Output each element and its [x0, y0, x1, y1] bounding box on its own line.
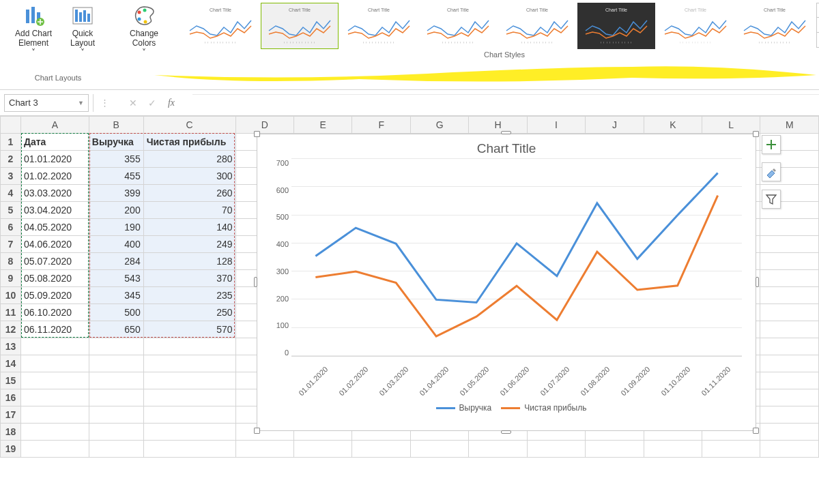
- cell[interactable]: [20, 338, 89, 355]
- cell[interactable]: 06.11.2020: [20, 321, 89, 338]
- cell[interactable]: 06.10.2020: [20, 304, 89, 321]
- cell[interactable]: [143, 338, 235, 355]
- column-header[interactable]: A: [20, 117, 89, 134]
- resize-handle[interactable]: [756, 277, 759, 287]
- cell[interactable]: [143, 389, 235, 406]
- cell[interactable]: [469, 441, 527, 458]
- cell[interactable]: [89, 406, 143, 424]
- cell[interactable]: [760, 270, 819, 287]
- cell[interactable]: 280: [143, 151, 235, 168]
- cell[interactable]: 500: [89, 304, 143, 321]
- column-header[interactable]: M: [760, 117, 819, 134]
- column-header[interactable]: C: [143, 117, 235, 134]
- cell[interactable]: 01.02.2020: [20, 168, 89, 185]
- name-box[interactable]: Chart 3 ▼: [4, 94, 89, 112]
- add-chart-element-button[interactable]: Add Chart Element ˅: [10, 3, 57, 59]
- cell[interactable]: [527, 441, 585, 458]
- resize-handle[interactable]: [501, 430, 511, 434]
- row-header[interactable]: 13: [1, 338, 21, 355]
- chart-style-thumb-4[interactable]: Chart Titleᴵ ᴵ ᴵ ᴵ ᴵ ᴵ ᴵ ᴵ ᴵ ᴵ ᴵ: [419, 3, 497, 49]
- row-header[interactable]: 8: [1, 253, 21, 270]
- row-header[interactable]: 12: [1, 321, 21, 338]
- quick-layout-button[interactable]: Quick Layout ˅: [59, 3, 106, 59]
- cell[interactable]: 455: [89, 168, 143, 185]
- cell[interactable]: 05.09.2020: [20, 287, 89, 304]
- row-header[interactable]: 10: [1, 287, 21, 304]
- cell[interactable]: 399: [89, 185, 143, 202]
- cell[interactable]: [20, 441, 89, 458]
- embedded-chart[interactable]: Chart Title 0100200300400500600700 01.01…: [257, 134, 756, 431]
- resize-handle[interactable]: [254, 428, 260, 434]
- cell[interactable]: 650: [89, 321, 143, 338]
- column-header[interactable]: E: [294, 117, 352, 134]
- row-header[interactable]: 15: [1, 372, 21, 389]
- chart-title[interactable]: Chart Title: [257, 134, 756, 159]
- cell[interactable]: [20, 424, 89, 441]
- row-header[interactable]: 6: [1, 219, 21, 236]
- cell[interactable]: [760, 406, 819, 424]
- cell[interactable]: [143, 372, 235, 389]
- chart-filter-button[interactable]: [762, 190, 781, 209]
- row-header[interactable]: 11: [1, 304, 21, 321]
- cell[interactable]: [143, 441, 235, 458]
- cell[interactable]: [760, 424, 819, 441]
- chart-style-thumb-5[interactable]: Chart Titleᴵ ᴵ ᴵ ᴵ ᴵ ᴵ ᴵ ᴵ ᴵ ᴵ ᴵ: [498, 3, 576, 49]
- cell[interactable]: 345: [89, 287, 143, 304]
- cell[interactable]: [760, 441, 819, 458]
- cell[interactable]: Дата: [20, 134, 89, 151]
- row-header[interactable]: 3: [1, 168, 21, 185]
- cell[interactable]: 200: [89, 202, 143, 219]
- cell[interactable]: [20, 406, 89, 424]
- chart-style-thumb-2[interactable]: Chart Titleᴵ ᴵ ᴵ ᴵ ᴵ ᴵ ᴵ ᴵ ᴵ ᴵ ᴵ: [261, 3, 339, 49]
- chevron-down-icon[interactable]: ▼: [78, 100, 84, 106]
- cell[interactable]: Чистая прибыль: [143, 134, 235, 151]
- cell[interactable]: [760, 338, 819, 355]
- column-header[interactable]: D: [235, 117, 293, 134]
- cell[interactable]: 04.06.2020: [20, 236, 89, 253]
- cell[interactable]: 03.04.2020: [20, 202, 89, 219]
- change-colors-button[interactable]: Change Colors ˅: [120, 3, 168, 59]
- resize-handle[interactable]: [501, 131, 511, 134]
- cell[interactable]: 04.05.2020: [20, 219, 89, 236]
- formula-input[interactable]: [192, 94, 819, 112]
- resize-handle[interactable]: [753, 428, 759, 434]
- chart-style-thumb-1[interactable]: Chart Titleᴵ ᴵ ᴵ ᴵ ᴵ ᴵ ᴵ ᴵ ᴵ ᴵ ᴵ: [182, 3, 259, 49]
- cell[interactable]: Выручка: [89, 134, 143, 151]
- cell[interactable]: [235, 441, 293, 458]
- cell[interactable]: [294, 441, 352, 458]
- cell[interactable]: 543: [89, 270, 143, 287]
- chart-elements-button[interactable]: [762, 135, 781, 154]
- cell[interactable]: 249: [143, 236, 235, 253]
- cell[interactable]: 300: [143, 168, 235, 185]
- cell[interactable]: [89, 372, 143, 389]
- row-header[interactable]: 9: [1, 270, 21, 287]
- row-header[interactable]: 5: [1, 202, 21, 219]
- cell[interactable]: 140: [143, 219, 235, 236]
- chart-legend[interactable]: ВыручкаЧистая прибыль: [257, 402, 756, 414]
- cell[interactable]: 250: [143, 304, 235, 321]
- resize-handle[interactable]: [254, 131, 260, 137]
- cell[interactable]: [89, 338, 143, 355]
- cell[interactable]: [760, 372, 819, 389]
- column-header[interactable]: G: [410, 117, 468, 134]
- cell[interactable]: [410, 441, 468, 458]
- cell[interactable]: [20, 372, 89, 389]
- gallery-more-button[interactable]: ▾: [816, 33, 819, 48]
- cell[interactable]: [760, 321, 819, 338]
- gallery-down-button[interactable]: ▾: [816, 18, 819, 33]
- fx-button[interactable]: fx: [164, 98, 179, 108]
- chart-plot-area[interactable]: 0100200300400500600700: [291, 159, 749, 357]
- cell[interactable]: [89, 441, 143, 458]
- cell[interactable]: [89, 389, 143, 406]
- row-header[interactable]: 17: [1, 406, 21, 424]
- chart-styles-button[interactable]: [762, 162, 781, 181]
- chart-style-thumb-7[interactable]: Chart Titleᴵ ᴵ ᴵ ᴵ ᴵ ᴵ ᴵ ᴵ ᴵ ᴵ ᴵ: [657, 3, 734, 49]
- column-header[interactable]: J: [586, 117, 644, 134]
- column-header[interactable]: H: [469, 117, 527, 134]
- cell[interactable]: [586, 441, 644, 458]
- row-header[interactable]: 18: [1, 424, 21, 441]
- cell[interactable]: 400: [89, 236, 143, 253]
- row-header[interactable]: 4: [1, 185, 21, 202]
- cell[interactable]: [760, 287, 819, 304]
- cell[interactable]: 355: [89, 151, 143, 168]
